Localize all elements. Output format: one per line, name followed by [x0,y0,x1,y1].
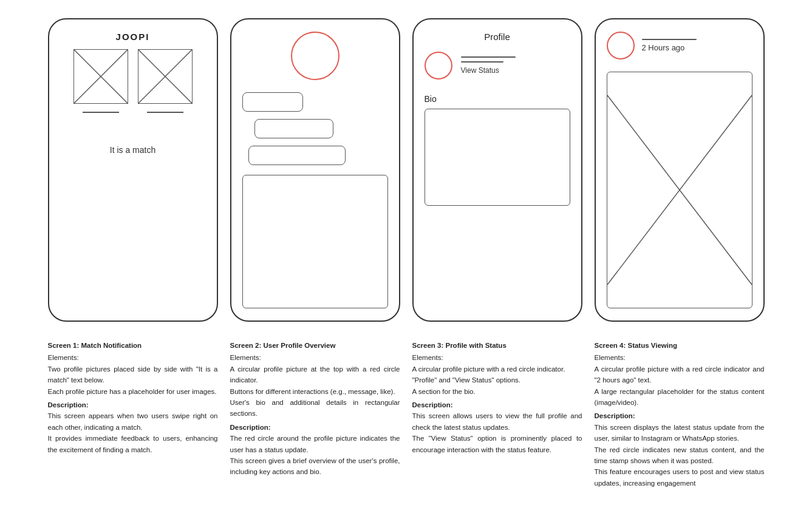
desc1-title: Screen 1: Match Notification [48,340,218,351]
screen3-profile-circle [425,52,452,80]
desc3-elements-label: Elements: [412,352,582,363]
desc3-element-2: "Profile" and "View Status" options. [412,375,582,385]
desc2-desc-label: Description: [230,422,400,433]
desc3-element-3: A section for the bio. [412,386,582,397]
desc4-elements-label: Elements: [595,352,765,363]
desc1-element-1: Two profile pictures placed side by side… [48,364,218,386]
screen2-bio-box [242,175,388,308]
desc1-desc-2: It provides immediate feedback to users,… [48,433,218,455]
label-1 [73,110,128,115]
profile-circle-indicator [291,32,339,80]
screen3-profile-row: View Status [425,52,570,80]
screen4-image-placeholder [607,72,752,308]
screen3-info: View Status [461,56,516,75]
desc2-elements-label: Elements: [230,352,400,363]
screen2-buttons [242,92,388,165]
desc2-desc-2: This screen gives a brief overview of th… [230,455,400,478]
desc-block-3: Screen 3: Profile with Status Elements: … [412,340,582,455]
desc4-desc-2: The red circle indicates new status cont… [595,444,765,467]
desc-block-1: Screen 1: Match Notification Elements: T… [48,340,218,455]
screen1-phone: JOOPI It is a match [48,18,218,322]
desc3-desc-label: Description: [412,399,582,410]
desc4-element-2: A large rectangular placeholder for the … [595,386,765,409]
desc4-title: Screen 4: Status Viewing [595,340,765,351]
screen4-info: 2 Hours ago [642,39,697,52]
screen4-info-line [642,39,697,40]
screen1-labels [73,110,193,115]
desc3-desc-2: The "View Status" option is prominently … [412,433,582,455]
view-status-label[interactable]: View Status [461,66,516,75]
info-line-1 [461,56,516,58]
desc1-element-2: Each profile picture has a placeholder f… [48,386,218,397]
descriptions-row: Screen 1: Match Notification Elements: T… [18,340,795,489]
desc2-element-2: Buttons for different interactions (e.g.… [230,386,400,397]
profile-placeholder-2 [138,49,193,104]
screen4-phone: 2 Hours ago [595,18,765,322]
desc4-desc-1: This screen displays the latest status u… [595,422,765,444]
screen4-profile-circle [607,32,635,59]
screen1-logo: JOOPI [116,32,150,42]
desc1-desc-label: Description: [48,399,218,410]
screen2-btn-small[interactable] [242,92,303,112]
screen2-avatar-circle [291,32,339,80]
screen3-bio-section: Bio [425,94,570,206]
screen2-phone [230,18,400,322]
desc-block-4: Screen 4: Status Viewing Elements: A cir… [595,340,765,489]
desc4-desc-label: Description: [595,410,765,421]
screen2-btn-large[interactable] [248,146,346,165]
bio-box [425,109,570,206]
match-text: It is a match [110,145,155,155]
screen2-btn-medium[interactable] [254,119,333,138]
bio-label: Bio [425,94,570,104]
screen3-title: Profile [425,32,570,42]
desc3-title: Screen 3: Profile with Status [412,340,582,351]
screen1-images [73,49,193,104]
desc2-element-3: User's bio and additional details in rec… [230,397,400,419]
desc1-desc-1: This screen appears when two users swipe… [48,410,218,433]
desc4-element-1: A circular profile picture with a red ci… [595,364,765,386]
info-line-2 [461,61,503,63]
desc1-elements-label: Elements: [48,352,218,363]
desc3-element-1: A circular profile picture with a red ci… [412,364,582,375]
desc2-title: Screen 2: User Profile Overview [230,340,400,351]
profile-placeholder-1 [73,49,128,104]
screen3-phone: Profile View Status Bio [412,18,582,322]
desc2-desc-1: The red circle around the profile pictur… [230,433,400,455]
label-2 [138,110,193,115]
desc-block-2: Screen 2: User Profile Overview Elements… [230,340,400,478]
screen4-header: 2 Hours ago [607,32,752,59]
desc2-element-1: A circular profile picture at the top wi… [230,364,400,386]
desc4-desc-3: This feature encourages users to post an… [595,466,765,489]
desc3-desc-1: This screen allows users to view the ful… [412,410,582,433]
screen4-time: 2 Hours ago [642,43,697,52]
